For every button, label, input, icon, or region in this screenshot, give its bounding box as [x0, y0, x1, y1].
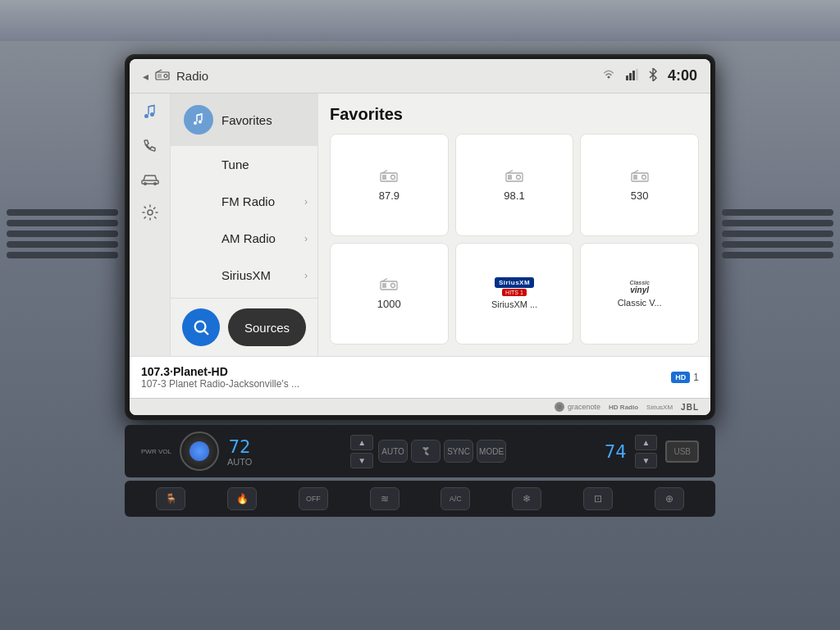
sidebar-fm-label: FM Radio: [221, 194, 275, 208]
now-playing-bar: 107.3·Planet-HD 107-3 Planet Radio-Jacks…: [130, 356, 710, 398]
temp-up-btn[interactable]: ▲: [350, 435, 373, 450]
search-button[interactable]: [182, 308, 220, 346]
vent-slot: [7, 220, 118, 226]
left-vent: [0, 203, 125, 265]
siriusxm-footer-logo: SiriusXM: [646, 404, 673, 411]
auto-btn[interactable]: AUTO: [378, 440, 408, 463]
svg-point-23: [516, 175, 520, 179]
wireless-icon: [602, 68, 615, 84]
left-climate: PWR VOL 72 AUTO: [141, 431, 252, 471]
right-temp-area: 74: [605, 441, 627, 462]
svg-point-4: [607, 76, 609, 79]
sidebar-item-favorites[interactable]: Favorites: [171, 94, 317, 146]
sidebar-item-am[interactable]: AM Radio ›: [171, 220, 317, 257]
music-icon[interactable]: [142, 103, 158, 124]
signal-bars-icon: [625, 69, 638, 83]
classic-vinyl-logo: Classic vinyl: [629, 280, 650, 294]
bluetooth-icon: [648, 68, 658, 84]
favorite-item-530[interactable]: 530: [580, 134, 699, 236]
usb-port: USB: [665, 441, 699, 463]
car-icon[interactable]: [141, 172, 159, 189]
sidebar-item-siriusxm[interactable]: SiriusXM ›: [171, 257, 317, 294]
siriusxm-logo: SiriusXM HITS 1: [495, 277, 534, 296]
mode-btn[interactable]: MODE: [477, 440, 506, 463]
vent-slot: [7, 209, 118, 216]
sirius-arrow-icon: ›: [304, 270, 308, 281]
vent-slot: [7, 241, 118, 248]
now-playing-subtitle: 107-3 Planet Radio-Jacksonville's ...: [141, 378, 299, 390]
sidebar-tune-label: Tune: [221, 158, 249, 171]
radio-fav-icon: [380, 276, 398, 294]
screen-footer: gracenote HD Radio SiriusXM JBL: [130, 398, 710, 415]
svg-rect-8: [636, 69, 638, 80]
favorite-item-1000[interactable]: 1000: [330, 243, 449, 345]
svg-rect-18: [382, 175, 386, 180]
extra-btn[interactable]: ⊕: [655, 487, 684, 510]
fav-879-label: 87.9: [379, 189, 399, 202]
sync-btn[interactable]: SYNC: [444, 440, 473, 463]
vent-slot: [7, 231, 118, 237]
favorites-grid: 87.9: [330, 134, 699, 345]
am-arrow-icon: ›: [304, 233, 308, 244]
svg-rect-1: [158, 74, 162, 78]
climate-top-row: AUTO SYNC MODE: [378, 440, 506, 463]
settings-icon[interactable]: [142, 204, 158, 225]
sidebar-item-fm[interactable]: FM Radio ›: [171, 183, 317, 220]
hd-channel-num: 1: [693, 372, 699, 383]
fav-530-label: 530: [631, 189, 649, 202]
seat-btn[interactable]: 🪑: [156, 487, 185, 510]
fav-sirius-label: SiriusXM ...: [491, 299, 537, 309]
hd-radio-logo: HD Radio: [609, 404, 638, 411]
svg-line-14: [197, 114, 202, 116]
vent-slot: [7, 252, 118, 258]
sidebar-item-tune[interactable]: Tune: [171, 146, 317, 183]
right-vent: [715, 203, 840, 265]
auto-label: AUTO: [227, 457, 252, 467]
temp-arrows: ▲ ▼: [350, 435, 373, 468]
climate-bar: PWR VOL 72 AUTO ▲ ▼ AUTO: [125, 425, 715, 477]
gracenote-logo: gracenote: [555, 402, 600, 412]
temp-down-btn[interactable]: ▼: [350, 453, 373, 468]
fan-off-btn[interactable]: OFF: [299, 487, 328, 510]
vent-btn[interactable]: ≋: [370, 487, 399, 510]
fav-classic-label: Classic V...: [618, 298, 662, 308]
favorites-title: Favorites: [330, 105, 699, 124]
right-temp-arrows: ▲ ▼: [635, 435, 658, 468]
right-climate: 74 ▲ ▼ USB: [605, 435, 699, 468]
fm-arrow-icon: ›: [304, 196, 308, 208]
music-circle-icon: [184, 105, 213, 135]
climate-mode-buttons: AUTO SYNC MODE: [378, 440, 506, 463]
pwrvol-label: PWR VOL: [141, 448, 171, 455]
ac-btn[interactable]: A/C: [441, 487, 470, 510]
now-playing-info: 107.3·Planet-HD 107-3 Planet Radio-Jacks…: [141, 365, 299, 390]
radio-fav-icon: [380, 168, 398, 186]
svg-line-9: [148, 106, 154, 107]
sources-button[interactable]: Sources: [228, 308, 306, 346]
dashboard: ◂ Radio: [0, 0, 840, 630]
infotainment-screen: ◂ Radio: [125, 54, 715, 420]
favorite-item-879[interactable]: 87.9: [330, 134, 449, 236]
right-temp-up-btn[interactable]: ▲: [635, 435, 658, 450]
right-temp-display: 74: [605, 441, 627, 462]
phone-icon[interactable]: [143, 139, 158, 158]
gracenote-text: gracenote: [568, 403, 600, 411]
favorite-item-siriusxm[interactable]: SiriusXM HITS 1 SiriusXM ...: [455, 243, 574, 345]
radio-icon: [155, 69, 170, 83]
left-temp-display: 72: [229, 436, 251, 457]
gracenote-dot: [555, 402, 564, 412]
svg-point-11: [144, 182, 147, 185]
defrost-rear-btn[interactable]: ⊡: [583, 487, 613, 510]
favorite-item-981[interactable]: 98.1: [455, 134, 574, 236]
clock-display: 4:00: [668, 67, 697, 84]
fav-1000-label: 1000: [377, 298, 401, 310]
defrost-front-btn[interactable]: ❄: [512, 487, 541, 510]
favorite-item-classic-vinyl[interactable]: Classic vinyl Classic V...: [580, 243, 699, 345]
sidebar-bottom: Sources: [171, 298, 317, 356]
svg-point-12: [153, 182, 157, 185]
volume-dial[interactable]: [180, 431, 219, 471]
icon-strip: [130, 94, 171, 356]
heat-btn[interactable]: 🔥: [227, 487, 257, 510]
fan-icon-btn[interactable]: [411, 440, 441, 463]
back-arrow-icon[interactable]: ◂: [143, 70, 148, 83]
right-temp-down-btn[interactable]: ▼: [635, 453, 658, 468]
